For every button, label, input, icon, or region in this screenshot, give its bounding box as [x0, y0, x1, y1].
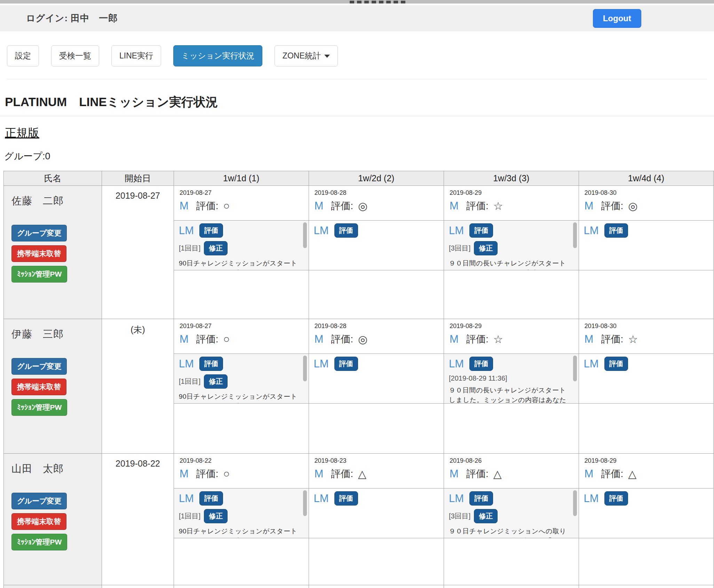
- mission-label: M: [450, 468, 459, 480]
- fix-button[interactable]: 修正: [204, 509, 228, 523]
- evaluate-button[interactable]: 評価: [334, 357, 358, 371]
- mission-message-text: ９０日間の長いチャレンジがスタートしました。ミッションの内容はあなたがこ: [449, 386, 569, 404]
- mission-day-cell: 2019-08-26M評価:△LM評価[3回目]修正９０日チャレンジミッションへ…: [444, 454, 579, 585]
- mission-message-text: 90日チャレンジミッションがスタートします。これまで遠ざけてきた行動を毎日: [179, 392, 299, 404]
- scrollbar-thumb[interactable]: [573, 222, 577, 248]
- clipped-cell: [579, 585, 714, 588]
- rating-value: △: [358, 468, 366, 480]
- mission-section: 2019-08-27M評価:○: [174, 186, 309, 221]
- login-user-name: 田中 一郎: [71, 13, 118, 23]
- line-mission-section: LM評価: [309, 354, 444, 404]
- line-mission-label: LM: [179, 492, 194, 505]
- evaluate-button[interactable]: 評価: [469, 223, 493, 238]
- nav-line-exec[interactable]: LINE実行: [111, 45, 161, 66]
- member-actions: グループ変更携帯端末取替ﾐｯｼｮﾝ管理PW: [11, 225, 102, 283]
- mission-label: M: [315, 468, 324, 480]
- fix-button[interactable]: 修正: [204, 241, 228, 255]
- mission-rating-line: M評価:○: [180, 199, 309, 213]
- attempt-label: [3回目]: [449, 244, 470, 253]
- device-replace-button[interactable]: 携帯端末取替: [11, 245, 66, 262]
- mission-rating-line: M評価:☆: [450, 333, 579, 346]
- mission-password-button[interactable]: ﾐｯｼｮﾝ管理PW: [11, 534, 67, 550]
- line-mission-label: LM: [314, 224, 329, 237]
- mission-date: 2019-08-30: [585, 323, 714, 330]
- mission-section: 2019-08-28M評価:◎: [309, 186, 444, 221]
- evaluate-button[interactable]: 評価: [199, 223, 223, 238]
- scrollbar-thumb[interactable]: [573, 490, 577, 516]
- mission-date: 2019-08-29: [450, 189, 579, 197]
- line-mission-header: LM評価: [449, 223, 569, 238]
- nav-mission-status[interactable]: ミッション実行状況: [173, 45, 262, 66]
- line-mission-header: LM評価: [179, 491, 299, 506]
- nav-settings[interactable]: 設定: [7, 45, 39, 66]
- nav-zone-stats[interactable]: ZONE統計: [275, 45, 338, 66]
- fix-button[interactable]: 修正: [474, 241, 498, 255]
- mission-label: M: [450, 333, 459, 345]
- mission-date: 2019-08-28: [315, 323, 444, 330]
- fix-button[interactable]: 修正: [204, 374, 228, 389]
- version-link[interactable]: 正規版: [5, 125, 39, 141]
- rating-label: 評価:: [331, 333, 353, 346]
- group-change-button[interactable]: グループ変更: [11, 358, 67, 375]
- rating-value: ○: [223, 333, 230, 345]
- scrollbar-thumb[interactable]: [573, 356, 577, 381]
- evaluate-button[interactable]: 評価: [334, 491, 358, 506]
- mission-section: 2019-08-28M評価:◎: [309, 319, 444, 354]
- member-cell: 山田 太郎グループ変更携帯端末取替ﾐｯｼｮﾝ管理PW: [4, 454, 102, 585]
- evaluate-button[interactable]: 評価: [604, 491, 628, 506]
- mission-date: 2019-08-28: [315, 189, 444, 197]
- mission-section: 2019-08-27M評価:○: [174, 319, 309, 354]
- rating-value: ☆: [628, 333, 638, 346]
- mission-day-cell: 2019-08-29M評価:△LM評価: [579, 454, 714, 585]
- logout-button[interactable]: Logout: [593, 9, 641, 28]
- attempt-label: [1回目]: [179, 377, 200, 386]
- attempt-line: [1回目]修正: [179, 241, 299, 255]
- mission-label: M: [450, 200, 459, 212]
- evaluate-button[interactable]: 評価: [604, 223, 628, 238]
- mission-section: 2019-08-29M評価:☆: [444, 186, 579, 221]
- column-header: 1w/2d (2): [309, 171, 444, 186]
- member-actions: グループ変更携帯端末取替ﾐｯｼｮﾝ管理PW: [11, 358, 102, 416]
- caret-down-icon: [324, 55, 330, 58]
- line-mission-section: LM評価: [309, 488, 444, 538]
- evaluate-button[interactable]: 評価: [334, 223, 358, 238]
- mission-password-button[interactable]: ﾐｯｼｮﾝ管理PW: [11, 399, 67, 416]
- clipped-cell: [4, 585, 102, 588]
- device-replace-button[interactable]: 携帯端末取替: [11, 379, 66, 395]
- mission-rating-line: M評価:◎: [315, 333, 444, 346]
- mission-password-button[interactable]: ﾐｯｼｮﾝ管理PW: [11, 266, 67, 283]
- line-mission-label: LM: [179, 224, 194, 237]
- evaluate-button[interactable]: 評価: [469, 357, 493, 371]
- mission-rating-line: M評価:△: [585, 467, 714, 480]
- evaluate-button[interactable]: 評価: [199, 491, 223, 506]
- line-mission-header: LM評価: [584, 357, 704, 371]
- group-change-button[interactable]: グループ変更: [11, 493, 67, 509]
- group-change-button[interactable]: グループ変更: [11, 225, 67, 241]
- attempt-line: [2019-08-29 11:36]: [449, 374, 569, 382]
- rating-value: ◎: [358, 333, 367, 346]
- mission-rating-line: M評価:○: [180, 333, 309, 346]
- fix-button[interactable]: 修正: [474, 509, 498, 523]
- device-replace-button[interactable]: 携帯端末取替: [11, 513, 66, 530]
- rating-label: 評価:: [601, 199, 623, 213]
- evaluate-button[interactable]: 評価: [604, 357, 628, 371]
- line-mission-section: LM評価: [579, 354, 714, 404]
- column-header: 1w/4d (4): [579, 171, 714, 186]
- mission-label: M: [585, 200, 594, 212]
- mission-label: M: [180, 333, 189, 345]
- mission-date: 2019-08-29: [450, 323, 579, 330]
- line-mission-section: LM評価[1回目]修正90日チャレンジミッションがスタートします。これまで遠ざけ…: [174, 488, 309, 538]
- evaluate-button[interactable]: 評価: [469, 491, 493, 506]
- scrollbar-thumb[interactable]: [303, 356, 307, 381]
- scrollbar-thumb[interactable]: [303, 490, 307, 516]
- nav-exam-list[interactable]: 受検一覧: [51, 45, 99, 66]
- clipped-bottom-row: [4, 585, 714, 588]
- scrollbar-thumb[interactable]: [303, 222, 307, 248]
- rating-label: 評価:: [601, 467, 623, 480]
- table-header-row: 氏名開始日1w/1d (1)1w/2d (2)1w/3d (3)1w/4d (4…: [4, 171, 714, 186]
- rating-label: 評価:: [466, 199, 489, 213]
- line-mission-header: LM評価: [314, 357, 434, 371]
- line-mission-header: LM評価: [449, 357, 569, 371]
- mission-section: 2019-08-29M評価:△: [579, 454, 714, 488]
- evaluate-button[interactable]: 評価: [199, 357, 223, 371]
